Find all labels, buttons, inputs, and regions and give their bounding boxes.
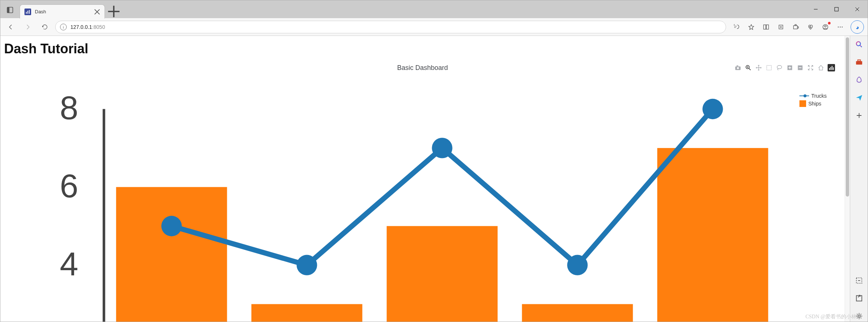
- favicon-dash-icon: [24, 9, 31, 15]
- arrow-right-icon: [24, 24, 31, 30]
- back-button[interactable]: [4, 20, 17, 34]
- camera-icon: [735, 64, 741, 71]
- home-icon: [818, 64, 824, 71]
- star-icon: [748, 24, 755, 30]
- refresh-icon: [42, 24, 48, 30]
- modebar-zoom-out[interactable]: [796, 64, 804, 71]
- extensions-button[interactable]: [789, 20, 802, 34]
- plus-icon: [107, 5, 120, 18]
- site-info-icon[interactable]: i: [60, 24, 67, 30]
- arrow-left-icon: [7, 24, 14, 30]
- modebar-plotly-logo[interactable]: [828, 64, 835, 71]
- watermark-text: CSDN @爱看书的小林: [805, 313, 857, 320]
- plotly-icon: [829, 65, 834, 70]
- rail-add-button[interactable]: [854, 110, 865, 121]
- svg-text:A: A: [734, 24, 735, 26]
- favorite-button[interactable]: [745, 20, 758, 34]
- address-bar[interactable]: i 127.0.0.1:8050: [55, 21, 726, 33]
- rail-screenshot-button[interactable]: [854, 275, 865, 286]
- pan-icon: [755, 64, 762, 71]
- modebar-pan[interactable]: [755, 64, 762, 71]
- bing-button[interactable]: [851, 20, 864, 34]
- lasso-icon: [776, 64, 783, 71]
- split-screen-button[interactable]: [759, 20, 773, 34]
- minimize-button[interactable]: [805, 0, 826, 18]
- vertical-scrollbar[interactable]: [845, 36, 850, 322]
- svg-rect-28: [832, 66, 832, 70]
- tab-title: Dash: [35, 9, 90, 14]
- rail-share-button[interactable]: [854, 293, 865, 304]
- modebar-reset[interactable]: [817, 64, 825, 71]
- more-icon: [837, 24, 844, 30]
- minus-box-icon: [797, 64, 804, 71]
- rail-office-button[interactable]: [854, 74, 865, 85]
- collections-button[interactable]: [774, 20, 788, 34]
- screenshot-icon: [855, 276, 863, 285]
- maximize-icon: [834, 7, 839, 11]
- chart-title: Basic Dashboard: [5, 64, 840, 72]
- tab-close-button[interactable]: [94, 9, 100, 15]
- scroll-thumb[interactable]: [846, 37, 849, 197]
- svg-point-17: [842, 26, 842, 27]
- svg-rect-41: [251, 304, 362, 322]
- modebar-box-select[interactable]: [765, 64, 773, 71]
- read-aloud-button[interactable]: A: [730, 20, 743, 34]
- close-icon: [855, 7, 859, 11]
- rail-tools-button[interactable]: [854, 57, 865, 68]
- toolbox-icon: [855, 58, 863, 66]
- legend-item-trucks[interactable]: Trucks: [799, 93, 840, 99]
- box-select-icon: [766, 64, 772, 71]
- extensions-icon: [792, 24, 799, 30]
- rail-send-button[interactable]: [854, 92, 865, 103]
- new-tab-button[interactable]: [107, 5, 120, 18]
- rail-search-button[interactable]: [854, 39, 865, 50]
- svg-rect-42: [387, 226, 497, 322]
- toolbar-actions: A: [730, 20, 847, 34]
- heart-pulse-icon: [807, 24, 814, 30]
- svg-rect-4: [29, 10, 30, 14]
- modebar-zoom-in[interactable]: [786, 64, 794, 71]
- forward-button[interactable]: [21, 20, 34, 34]
- tab-list-button[interactable]: [0, 2, 20, 18]
- modebar-autoscale[interactable]: [807, 64, 814, 71]
- search-icon: [855, 40, 863, 48]
- plotly-modebar: [734, 64, 835, 71]
- profile-button[interactable]: [819, 20, 832, 34]
- svg-point-48: [296, 255, 317, 275]
- modebar-lasso[interactable]: [776, 64, 783, 71]
- close-window-button[interactable]: [847, 0, 868, 18]
- browser-window: Dash i 127.0.0.1:8050: [0, 0, 868, 322]
- toolbar: i 127.0.0.1:8050 A: [0, 18, 868, 36]
- maximize-button[interactable]: [826, 0, 847, 18]
- svg-rect-40: [116, 187, 227, 322]
- edge-sidebar: [850, 36, 868, 322]
- modebar-zoom[interactable]: [745, 64, 752, 71]
- close-icon: [94, 9, 100, 15]
- modebar-download[interactable]: [734, 64, 742, 71]
- svg-rect-8: [766, 25, 769, 29]
- bing-icon: [854, 24, 861, 30]
- svg-rect-2: [26, 12, 27, 14]
- svg-rect-27: [831, 67, 831, 70]
- svg-point-50: [567, 255, 587, 275]
- browser-tab-active[interactable]: Dash: [20, 4, 105, 19]
- svg-point-51: [702, 99, 723, 119]
- svg-rect-10: [794, 26, 798, 29]
- url-host: 127.0.0.1: [70, 24, 92, 30]
- plus-box-icon: [786, 64, 793, 71]
- performance-button[interactable]: [804, 20, 817, 34]
- collections-icon: [778, 24, 784, 30]
- svg-rect-5: [835, 7, 838, 11]
- legend-swatch-bar-icon: [799, 100, 806, 107]
- refresh-button[interactable]: [38, 20, 52, 34]
- title-bar: Dash: [0, 0, 868, 18]
- minimize-icon: [814, 7, 818, 11]
- send-icon: [855, 94, 863, 102]
- more-button[interactable]: [834, 20, 847, 34]
- legend-item-ships[interactable]: Ships: [799, 100, 840, 107]
- svg-rect-3: [27, 11, 28, 14]
- svg-point-15: [838, 26, 839, 27]
- svg-point-14: [825, 25, 826, 27]
- notification-dot-icon: [828, 22, 831, 24]
- chart-plot[interactable]: 0246812345: [27, 94, 796, 322]
